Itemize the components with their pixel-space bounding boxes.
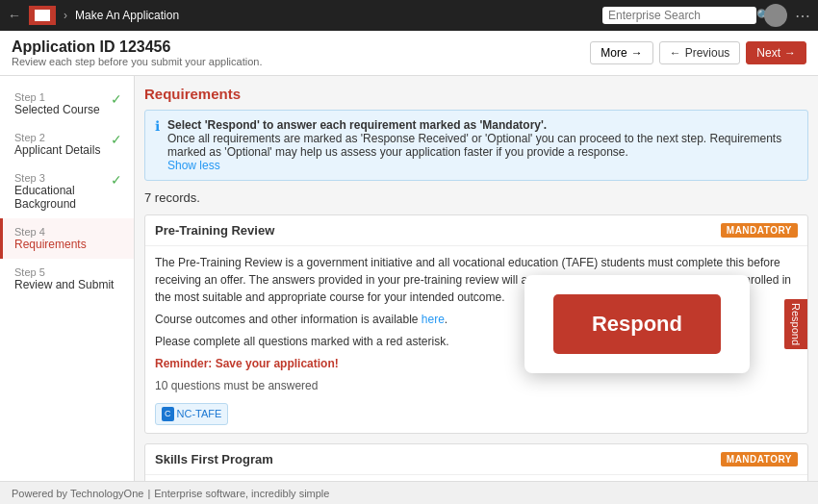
page-title: Application ID 123456 (12, 38, 262, 56)
step1-name: Selected Course (14, 103, 122, 116)
card-title-ptr: Pre-Training Review (155, 223, 274, 238)
step4-label: Step 4 (14, 226, 122, 238)
next-arrow-icon: → (784, 46, 796, 60)
breadcrumb-separator: › (64, 9, 67, 22)
respond-overlay: Respond (524, 275, 750, 373)
info-box-subtext: Once all requirements are marked as 'Res… (167, 132, 781, 159)
content-area: Requirements ℹ Select 'Respond' to answe… (135, 76, 818, 481)
app-logo (29, 6, 56, 25)
records-count: 7 records. (144, 190, 808, 205)
step5-label: Step 5 (14, 266, 122, 278)
step3-label: Step 3 (14, 172, 122, 184)
sidebar-item-step3[interactable]: ✓ Step 3 Educational Background (0, 164, 134, 218)
back-button[interactable]: ← (8, 8, 21, 23)
card-header-skills: Skills First Program MANDATORY (145, 444, 807, 475)
next-button[interactable]: Next → (746, 41, 806, 64)
page-breadcrumb: Make An Application (75, 9, 179, 22)
info-icon: ℹ (155, 118, 160, 172)
page-header: Application ID 123456 Review each step b… (0, 31, 818, 76)
step1-check-icon: ✓ (111, 91, 122, 107)
mandatory-badge-skills: MANDATORY (721, 452, 798, 466)
step2-label: Step 2 (14, 132, 122, 143)
footer: Powered by TechnologyOne | Enterprise so… (0, 481, 818, 504)
footer-separator: | (147, 488, 150, 499)
respond-button-small[interactable]: Respond (784, 299, 807, 349)
search-box[interactable]: 🔍 (602, 7, 756, 24)
step5-name: Review and Submit (14, 278, 122, 291)
prev-arrow-icon: ← (670, 46, 681, 60)
card-header-ptr: Pre-Training Review MANDATORY (145, 215, 807, 246)
here-link[interactable]: here (422, 313, 445, 326)
search-input[interactable] (608, 9, 753, 22)
sidebar-item-step4[interactable]: Step 4 Requirements (0, 218, 134, 259)
more-button[interactable]: More → (590, 41, 652, 64)
more-arrow-icon: → (631, 46, 643, 60)
step2-check-icon: ✓ (111, 132, 122, 147)
card-title-skills: Skills First Program (155, 452, 273, 466)
more-menu-icon[interactable]: ⋯ (795, 7, 810, 25)
questions-note: 10 questions must be answered (155, 377, 798, 394)
top-navigation: ← › Make An Application 🔍 ⋯ (0, 0, 818, 31)
pre-training-review-card: Pre-Training Review MANDATORY The Pre-Tr… (144, 214, 808, 434)
user-avatar[interactable] (764, 4, 787, 27)
page-subtitle: Review each step before you submit your … (12, 56, 262, 67)
sidebar-item-step5[interactable]: Step 5 Review and Submit (0, 259, 134, 299)
info-box-heading: Select 'Respond' to answer each requirem… (167, 118, 547, 132)
mandatory-badge-ptr: MANDATORY (721, 223, 798, 238)
skills-first-card: Skills First Program MANDATORY The Skill… (144, 443, 808, 482)
step2-name: Applicant Details (14, 143, 122, 157)
show-less-link[interactable]: Show less (167, 159, 220, 172)
info-box: ℹ Select 'Respond' to answer each requir… (144, 110, 808, 181)
tag-prefix-icon: C (162, 407, 174, 422)
sidebar: ✓ Step 1 Selected Course ✓ Step 2 Applic… (0, 76, 135, 481)
step1-label: Step 1 (14, 91, 122, 103)
step3-check-icon: ✓ (111, 172, 122, 188)
previous-button[interactable]: ← Previous (659, 41, 741, 64)
nc-tafe-tag: C NC-TAFE (155, 403, 228, 425)
section-title: Requirements (144, 86, 808, 102)
footer-powered-by: Powered by TechnologyOne (12, 488, 143, 499)
respond-button-large[interactable]: Respond (553, 294, 721, 354)
sidebar-item-step1[interactable]: ✓ Step 1 Selected Course (0, 84, 134, 124)
step4-name: Requirements (14, 238, 122, 251)
step3-name: Educational Background (14, 184, 122, 211)
sidebar-item-step2[interactable]: ✓ Step 2 Applicant Details (0, 124, 134, 164)
card-body-skills: The Skills First Program is a Victorian … (145, 475, 807, 482)
tag-label: NC-TAFE (177, 406, 222, 422)
footer-tagline: Enterprise software, incredibly simple (154, 488, 329, 499)
